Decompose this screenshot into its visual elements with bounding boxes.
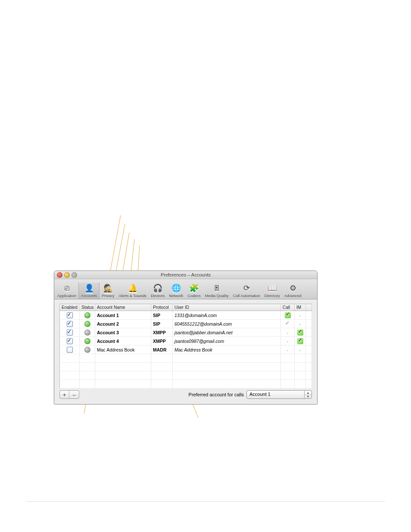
protocol: SIP	[153, 313, 160, 318]
tab-directory[interactable]: 📖Directory	[262, 283, 282, 299]
tab-callauto[interactable]: ⟳Call Automation	[231, 283, 262, 299]
tab-network[interactable]: 🌐Network	[167, 283, 185, 299]
dash-icon: -	[299, 348, 301, 352]
preferences-window: Preferences – Accounts ⎚Application👤Acco…	[54, 271, 318, 404]
accounts-icon: 👤	[83, 283, 95, 294]
table-row-empty	[60, 363, 312, 371]
tab-label: Devices	[151, 294, 165, 298]
accounts-pane: Enabled Status Account Name Protocol Use…	[54, 299, 317, 404]
protocol: SIP	[153, 321, 160, 327]
tab-alerts[interactable]: 🔔Alerts & Sounds	[117, 283, 149, 299]
status-dot-icon	[84, 330, 90, 336]
tab-advanced[interactable]: ⚙Advanced	[282, 283, 304, 299]
accounts-table: Enabled Status Account Name Protocol Use…	[59, 304, 312, 389]
enabled-checkbox[interactable]	[67, 312, 73, 318]
col-im[interactable]: IM	[295, 304, 306, 311]
tab-codecs[interactable]: 🧩Codecs	[185, 283, 203, 299]
enabled-checkbox[interactable]	[67, 330, 73, 336]
check-green-icon	[297, 330, 303, 336]
check-green-icon	[285, 312, 291, 318]
tab-label: Accounts	[81, 294, 97, 298]
protocol: MADR	[153, 347, 167, 352]
tab-accounts[interactable]: 👤Accounts	[78, 283, 100, 299]
user-id: 6045551212@domainA.com	[174, 321, 232, 327]
table-row[interactable]: Account 3XMPPjsantos@jabber.domainA.net-	[60, 328, 312, 337]
status-dot-icon	[84, 312, 90, 318]
user-id: jsantos@jabber.domainA.net	[174, 330, 233, 335]
stepper-icon: ▲▼	[304, 391, 311, 398]
alerts-icon: 🔔	[127, 283, 139, 294]
minimize-icon[interactable]	[64, 272, 70, 278]
tab-label: Advanced	[284, 294, 302, 298]
remove-account-button[interactable]: –	[69, 391, 79, 398]
page-footer-rule	[26, 501, 385, 502]
preferred-account-value: Account 1	[247, 391, 304, 398]
table-row-empty	[60, 371, 312, 380]
col-scroll-spacer	[306, 304, 312, 311]
dash-icon: -	[287, 330, 288, 335]
dash-icon: -	[299, 322, 301, 327]
table-row[interactable]: Account 1SIP1331@domainA.com-	[60, 311, 312, 320]
directory-icon: 📖	[266, 283, 278, 294]
dash-icon: -	[287, 348, 288, 352]
col-enabled[interactable]: Enabled	[60, 304, 80, 311]
advanced-icon: ⚙	[287, 283, 299, 294]
check-gray-icon	[285, 321, 291, 327]
col-userid[interactable]: User ID	[173, 304, 281, 311]
account-name: Account 3	[97, 330, 119, 335]
account-name: Mac Address Book	[97, 347, 135, 352]
tab-label: Directory	[265, 294, 280, 298]
account-name: Account 4	[97, 339, 119, 344]
mediaq-icon: 🎚	[211, 283, 223, 294]
tab-label: Media Quality	[205, 294, 229, 298]
account-name: Account 1	[97, 313, 119, 318]
application-icon: ⎚	[61, 283, 73, 294]
privacy-icon: 🕵️	[102, 283, 114, 294]
table-row[interactable]: Mac Address BookMADRMac Address Book--	[60, 345, 312, 354]
table-row[interactable]: Account 4XMPPjsantos0987@gmail.com-	[60, 337, 312, 345]
table-row-empty	[60, 380, 312, 389]
enabled-checkbox[interactable]	[67, 321, 73, 327]
callauto-icon: ⟳	[240, 283, 252, 294]
tab-label: Codecs	[187, 294, 201, 298]
col-call[interactable]: Call	[281, 304, 295, 311]
codecs-icon: 🧩	[188, 283, 200, 294]
status-dot-icon	[84, 338, 90, 344]
dash-icon: -	[287, 339, 288, 344]
table-row-empty	[60, 354, 312, 363]
enabled-checkbox[interactable]	[67, 338, 73, 344]
add-remove-group: + –	[59, 390, 79, 399]
user-id: jsantos0987@gmail.com	[174, 339, 224, 344]
col-name[interactable]: Account Name	[95, 304, 151, 311]
window-title: Preferences – Accounts	[54, 271, 317, 279]
col-status[interactable]: Status	[80, 304, 95, 311]
user-id: Mac Address Book	[174, 347, 212, 352]
tab-application[interactable]: ⎚Application	[55, 283, 78, 299]
network-icon: 🌐	[170, 283, 182, 294]
protocol: XMPP	[153, 330, 166, 335]
tab-privacy[interactable]: 🕵️Privacy	[100, 283, 117, 299]
tab-label: Privacy	[102, 294, 115, 298]
user-id: 1331@domainA.com	[174, 313, 217, 318]
dash-icon: -	[299, 313, 301, 318]
prefs-toolbar: ⎚Application👤Accounts🕵️Privacy🔔Alerts & …	[54, 279, 317, 299]
close-icon[interactable]	[57, 272, 62, 278]
titlebar: Preferences – Accounts	[54, 271, 317, 279]
add-account-button[interactable]: +	[60, 391, 69, 398]
tab-label: Call Automation	[233, 294, 260, 298]
tab-mediaq[interactable]: 🎚Media Quality	[203, 283, 231, 299]
zoom-icon[interactable]	[72, 272, 77, 278]
tab-label: Application	[57, 294, 76, 298]
status-dot-icon	[84, 347, 90, 353]
col-protocol[interactable]: Protocol	[151, 304, 173, 311]
tab-devices[interactable]: 🎧Devices	[149, 283, 167, 299]
devices-icon: 🎧	[152, 283, 164, 294]
tab-label: Network	[169, 294, 183, 298]
account-name: Account 2	[97, 321, 119, 327]
protocol: XMPP	[153, 339, 166, 344]
table-row[interactable]: Account 2SIP6045551212@domainA.com-	[60, 320, 312, 328]
tab-label: Alerts & Sounds	[119, 294, 147, 298]
status-dot-icon	[84, 321, 90, 327]
preferred-account-select[interactable]: Account 1 ▲▼	[246, 390, 312, 399]
enabled-checkbox[interactable]	[67, 347, 73, 353]
